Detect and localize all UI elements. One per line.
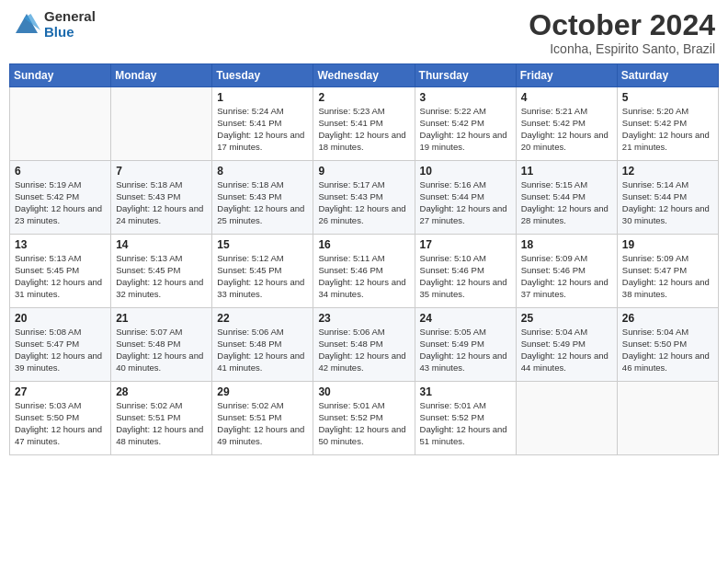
day-number: 6: [15, 165, 106, 178]
calendar-cell: 1Sunrise: 5:24 AM Sunset: 5:41 PM Daylig…: [212, 87, 313, 161]
day-number: 31: [420, 385, 511, 398]
day-number: 23: [318, 312, 409, 325]
day-number: 28: [116, 385, 207, 398]
calendar-week-5: 27Sunrise: 5:03 AM Sunset: 5:50 PM Dayli…: [10, 382, 719, 455]
day-number: 18: [521, 238, 612, 251]
day-info: Sunrise: 5:09 AM Sunset: 5:46 PM Dayligh…: [521, 253, 612, 300]
day-info: Sunrise: 5:05 AM Sunset: 5:49 PM Dayligh…: [420, 327, 511, 373]
day-info: Sunrise: 5:11 AM Sunset: 5:46 PM Dayligh…: [318, 253, 409, 300]
calendar-cell: 8Sunrise: 5:18 AM Sunset: 5:43 PM Daylig…: [212, 161, 313, 235]
day-number: 12: [622, 165, 713, 178]
calendar-cell: 14Sunrise: 5:13 AM Sunset: 5:45 PM Dayli…: [111, 235, 212, 308]
day-info: Sunrise: 5:19 AM Sunset: 5:42 PM Dayligh…: [15, 179, 106, 226]
day-number: 14: [116, 238, 207, 251]
day-info: Sunrise: 5:06 AM Sunset: 5:48 PM Dayligh…: [318, 327, 409, 373]
day-number: 20: [15, 312, 106, 325]
day-info: Sunrise: 5:20 AM Sunset: 5:42 PM Dayligh…: [622, 106, 713, 153]
day-number: 30: [318, 385, 409, 398]
calendar-cell: 23Sunrise: 5:06 AM Sunset: 5:48 PM Dayli…: [313, 308, 415, 382]
logo-icon: [13, 11, 40, 39]
calendar-cell: 19Sunrise: 5:09 AM Sunset: 5:47 PM Dayli…: [617, 235, 718, 308]
calendar-cell: 18Sunrise: 5:09 AM Sunset: 5:46 PM Dayli…: [516, 235, 617, 308]
day-info: Sunrise: 5:08 AM Sunset: 5:47 PM Dayligh…: [15, 327, 106, 373]
day-number: 26: [622, 312, 713, 325]
calendar-cell: [617, 382, 718, 455]
weekday-header-saturday: Saturday: [617, 64, 718, 87]
calendar-cell: 29Sunrise: 5:02 AM Sunset: 5:51 PM Dayli…: [212, 382, 313, 455]
logo: General Blue: [13, 9, 96, 40]
weekday-header-friday: Friday: [516, 64, 617, 87]
day-number: 11: [521, 165, 612, 178]
weekday-header-row: SundayMondayTuesdayWednesdayThursdayFrid…: [10, 64, 719, 87]
calendar-body: 1Sunrise: 5:24 AM Sunset: 5:41 PM Daylig…: [10, 87, 719, 455]
calendar-cell: 28Sunrise: 5:02 AM Sunset: 5:51 PM Dayli…: [111, 382, 212, 455]
day-number: 25: [521, 312, 612, 325]
calendar-cell: 4Sunrise: 5:21 AM Sunset: 5:42 PM Daylig…: [516, 87, 617, 161]
day-number: 5: [622, 91, 713, 104]
weekday-header-tuesday: Tuesday: [212, 64, 313, 87]
logo-blue-text: Blue: [44, 25, 96, 40]
day-info: Sunrise: 5:22 AM Sunset: 5:42 PM Dayligh…: [420, 106, 511, 153]
day-info: Sunrise: 5:18 AM Sunset: 5:43 PM Dayligh…: [116, 179, 207, 226]
day-number: 9: [318, 165, 409, 178]
location-subtitle: Iconha, Espirito Santo, Brazil: [529, 41, 715, 56]
calendar-cell: 31Sunrise: 5:01 AM Sunset: 5:52 PM Dayli…: [415, 382, 516, 455]
calendar-cell: 12Sunrise: 5:14 AM Sunset: 5:44 PM Dayli…: [617, 161, 718, 235]
day-number: 7: [116, 165, 207, 178]
calendar-cell: 6Sunrise: 5:19 AM Sunset: 5:42 PM Daylig…: [10, 161, 111, 235]
calendar-cell: 2Sunrise: 5:23 AM Sunset: 5:41 PM Daylig…: [313, 87, 415, 161]
day-info: Sunrise: 5:03 AM Sunset: 5:50 PM Dayligh…: [15, 400, 106, 447]
day-number: 4: [521, 91, 612, 104]
day-info: Sunrise: 5:15 AM Sunset: 5:44 PM Dayligh…: [521, 179, 612, 226]
day-info: Sunrise: 5:13 AM Sunset: 5:45 PM Dayligh…: [15, 253, 106, 300]
logo-text: General Blue: [44, 9, 96, 40]
calendar-cell: [111, 87, 212, 161]
day-info: Sunrise: 5:02 AM Sunset: 5:51 PM Dayligh…: [116, 400, 207, 447]
day-number: 2: [318, 91, 409, 104]
day-number: 29: [217, 385, 308, 398]
weekday-header-wednesday: Wednesday: [313, 64, 415, 87]
day-number: 27: [15, 385, 106, 398]
calendar-cell: 22Sunrise: 5:06 AM Sunset: 5:48 PM Dayli…: [212, 308, 313, 382]
calendar-cell: 17Sunrise: 5:10 AM Sunset: 5:46 PM Dayli…: [415, 235, 516, 308]
calendar-cell: [516, 382, 617, 455]
day-info: Sunrise: 5:01 AM Sunset: 5:52 PM Dayligh…: [318, 400, 409, 447]
day-info: Sunrise: 5:24 AM Sunset: 5:41 PM Dayligh…: [217, 106, 308, 153]
calendar-cell: 24Sunrise: 5:05 AM Sunset: 5:49 PM Dayli…: [415, 308, 516, 382]
day-info: Sunrise: 5:23 AM Sunset: 5:41 PM Dayligh…: [318, 106, 409, 153]
day-number: 3: [420, 91, 511, 104]
day-number: 21: [116, 312, 207, 325]
calendar-cell: 20Sunrise: 5:08 AM Sunset: 5:47 PM Dayli…: [10, 308, 111, 382]
calendar-cell: 7Sunrise: 5:18 AM Sunset: 5:43 PM Daylig…: [111, 161, 212, 235]
calendar-week-3: 13Sunrise: 5:13 AM Sunset: 5:45 PM Dayli…: [10, 235, 719, 308]
day-number: 13: [15, 238, 106, 251]
day-info: Sunrise: 5:02 AM Sunset: 5:51 PM Dayligh…: [217, 400, 308, 447]
day-number: 19: [622, 238, 713, 251]
month-title: October 2024: [529, 9, 715, 41]
day-info: Sunrise: 5:18 AM Sunset: 5:43 PM Dayligh…: [217, 179, 308, 226]
day-number: 10: [420, 165, 511, 178]
calendar-week-1: 1Sunrise: 5:24 AM Sunset: 5:41 PM Daylig…: [10, 87, 719, 161]
day-info: Sunrise: 5:12 AM Sunset: 5:45 PM Dayligh…: [217, 253, 308, 300]
day-info: Sunrise: 5:07 AM Sunset: 5:48 PM Dayligh…: [116, 327, 207, 373]
day-number: 16: [318, 238, 409, 251]
calendar-cell: 11Sunrise: 5:15 AM Sunset: 5:44 PM Dayli…: [516, 161, 617, 235]
day-info: Sunrise: 5:09 AM Sunset: 5:47 PM Dayligh…: [622, 253, 713, 300]
calendar-week-4: 20Sunrise: 5:08 AM Sunset: 5:47 PM Dayli…: [10, 308, 719, 382]
day-info: Sunrise: 5:04 AM Sunset: 5:50 PM Dayligh…: [622, 327, 713, 373]
day-info: Sunrise: 5:21 AM Sunset: 5:42 PM Dayligh…: [521, 106, 612, 153]
weekday-header-monday: Monday: [111, 64, 212, 87]
day-number: 8: [217, 165, 308, 178]
day-number: 24: [420, 312, 511, 325]
calendar-cell: [10, 87, 111, 161]
calendar-cell: 9Sunrise: 5:17 AM Sunset: 5:43 PM Daylig…: [313, 161, 415, 235]
calendar-cell: 25Sunrise: 5:04 AM Sunset: 5:49 PM Dayli…: [516, 308, 617, 382]
day-info: Sunrise: 5:10 AM Sunset: 5:46 PM Dayligh…: [420, 253, 511, 300]
title-block: October 2024 Iconha, Espirito Santo, Bra…: [529, 9, 715, 56]
page-header: General Blue October 2024 Iconha, Espiri…: [9, 9, 719, 56]
day-info: Sunrise: 5:04 AM Sunset: 5:49 PM Dayligh…: [521, 327, 612, 373]
day-number: 1: [217, 91, 308, 104]
calendar-table: SundayMondayTuesdayWednesdayThursdayFrid…: [9, 63, 719, 455]
day-info: Sunrise: 5:06 AM Sunset: 5:48 PM Dayligh…: [217, 327, 308, 373]
weekday-header-sunday: Sunday: [10, 64, 111, 87]
